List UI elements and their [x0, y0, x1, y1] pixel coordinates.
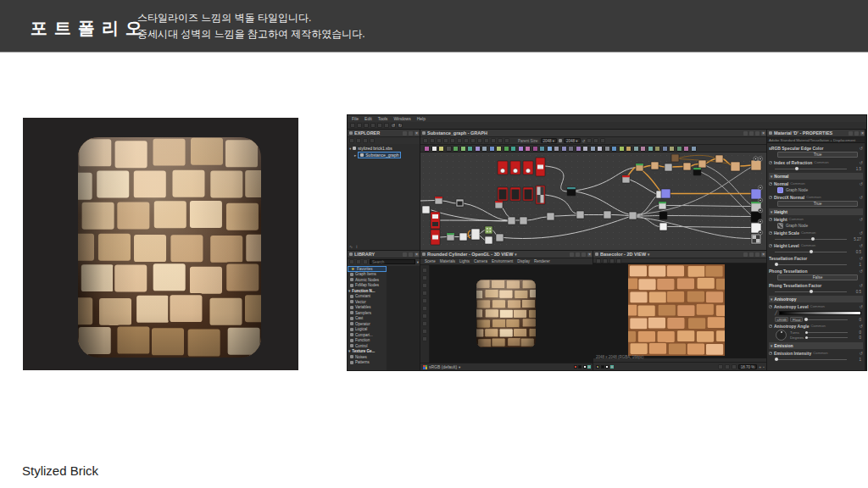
palette-node-34[interactable] — [669, 146, 675, 152]
channel-swatch-0[interactable] — [574, 365, 577, 369]
enable-checkbox[interactable] — [769, 218, 772, 221]
slider-height-scale[interactable]: 5.27 — [769, 236, 863, 242]
zoom-icon[interactable] — [422, 321, 427, 326]
pin-icon[interactable] — [743, 252, 748, 257]
link-icon[interactable] — [364, 123, 369, 128]
library-item-patterns[interactable]: Patterns — [348, 360, 387, 366]
section-normal[interactable]: ▾Normal — [769, 173, 863, 180]
library-content-area[interactable] — [387, 266, 420, 370]
reorder-icon[interactable] — [484, 138, 489, 143]
slider-track[interactable] — [775, 264, 847, 265]
angle-dial[interactable] — [776, 330, 787, 341]
view3d-menu-environment[interactable]: Environment — [490, 259, 515, 263]
degrees-knob[interactable] — [805, 336, 808, 339]
toggle-button-srgb-specular-edge-color[interactable]: True — [777, 152, 858, 158]
caret-down-icon[interactable]: ▾ — [349, 147, 351, 151]
palette-node-9[interactable] — [489, 146, 495, 152]
parent-size-height-select[interactable]: 2048 ▾ — [564, 138, 581, 143]
close-icon[interactable]: × — [761, 131, 765, 136]
palette-node-25[interactable] — [604, 146, 610, 152]
view-2d-canvas[interactable] — [593, 263, 767, 358]
slider-track[interactable] — [775, 291, 847, 292]
float-icon[interactable] — [749, 131, 754, 136]
slider-phong-tessellation-factor[interactable]: 0.5 — [769, 288, 863, 295]
zoom-level[interactable]: 18.70 % — [738, 364, 758, 369]
folder-icon[interactable] — [370, 123, 376, 128]
palette-node-15[interactable] — [532, 146, 538, 152]
palette-node-29[interactable] — [633, 146, 639, 152]
slider-height-level[interactable]: 0.5 — [769, 248, 863, 255]
slider-knob[interactable] — [775, 263, 778, 266]
palette-node-20[interactable] — [568, 146, 574, 152]
slider-index-of-refraction[interactable]: 1.5 — [769, 165, 863, 172]
close-icon[interactable]: × — [415, 252, 419, 257]
slider-track[interactable] — [775, 239, 847, 240]
palette-node-2[interactable] — [438, 146, 444, 152]
frame-icon[interactable] — [422, 329, 427, 334]
menu-help[interactable]: Help — [415, 116, 428, 121]
channel-swatch-2[interactable] — [605, 365, 609, 369]
reset-icon[interactable]: ↺ — [860, 269, 863, 274]
palette-node-10[interactable] — [496, 146, 502, 152]
new-package-icon[interactable] — [349, 138, 354, 143]
reset-icon[interactable]: ↺ — [860, 181, 863, 186]
gradient-slider-track[interactable] — [804, 319, 848, 320]
slider-knob[interactable] — [811, 237, 815, 241]
search-caret-icon[interactable]: ▾ — [417, 260, 419, 264]
maximize-icon[interactable] — [581, 252, 586, 257]
palette-node-22[interactable] — [582, 146, 588, 152]
function-icon[interactable]: ∿ — [349, 244, 353, 249]
info-icon[interactable] — [609, 258, 615, 263]
slider-tessellation-factor[interactable]: 1 — [769, 261, 863, 268]
grid-icon[interactable] — [504, 138, 509, 143]
reload-icon[interactable] — [356, 138, 361, 143]
save-icon[interactable] — [377, 123, 382, 128]
palette-node-7[interactable] — [475, 146, 481, 152]
material-mode-icon[interactable] — [464, 138, 469, 143]
section-emission[interactable]: ▾Emission — [769, 342, 863, 349]
palette-node-16[interactable] — [539, 146, 545, 152]
close-icon[interactable]: × — [587, 252, 592, 257]
view3d-menu-display[interactable]: Display — [515, 259, 531, 263]
maximize-icon[interactable] — [755, 252, 760, 257]
colorspace-caret-icon[interactable]: ▾ — [459, 365, 460, 369]
enable-checkbox[interactable] — [769, 182, 772, 186]
properties-scrollbar[interactable] — [865, 130, 866, 370]
palette-node-1[interactable] — [431, 146, 437, 152]
reload-icon[interactable] — [356, 259, 361, 264]
maximize-icon[interactable] — [409, 252, 413, 257]
colorspace-value[interactable]: sRGB (default) — [429, 364, 457, 369]
reset-icon[interactable]: ↺ — [860, 230, 863, 236]
pan-icon[interactable] — [422, 313, 427, 319]
rotate-icon[interactable] — [422, 306, 427, 311]
snap-icon[interactable] — [491, 138, 496, 143]
new-file-icon[interactable] — [350, 123, 355, 128]
palette-node-12[interactable] — [510, 146, 516, 152]
graph-node-swatch[interactable] — [777, 223, 783, 229]
target-icon[interactable] — [437, 138, 442, 143]
enable-checkbox[interactable] — [769, 161, 772, 164]
palette-node-17[interactable] — [547, 146, 553, 152]
float-chip[interactable]: Float — [790, 317, 803, 322]
palette-node-4[interactable] — [453, 146, 459, 152]
background-icon[interactable] — [732, 364, 737, 369]
move-icon[interactable] — [430, 138, 435, 143]
palette-node-6[interactable] — [467, 146, 473, 152]
palette-node-36[interactable] — [683, 146, 689, 152]
package-row[interactable]: ▾ stylized brick1.sbs — [348, 145, 420, 152]
caret-right-icon[interactable]: ▸ — [354, 153, 356, 158]
palette-node-31[interactable] — [648, 146, 654, 152]
reset-icon[interactable]: ↺ — [860, 304, 863, 309]
section-anisotropy[interactable]: ▾Anisotropy — [769, 296, 863, 302]
graph-row[interactable]: ▸ Substance_graph — [348, 152, 420, 158]
palette-node-35[interactable] — [676, 146, 682, 152]
light-icon[interactable] — [422, 275, 427, 280]
maximize-icon[interactable] — [854, 131, 859, 136]
search-icon[interactable] — [450, 138, 455, 143]
enable-checkbox[interactable] — [769, 244, 772, 247]
view3d-menu-camera[interactable]: Camera — [472, 259, 489, 263]
reset-icon[interactable]: ↺ — [860, 283, 863, 288]
menu-tools[interactable]: Tools — [376, 116, 391, 121]
reset-icon[interactable]: ↺ — [860, 324, 863, 329]
category-icon[interactable] — [349, 259, 354, 264]
